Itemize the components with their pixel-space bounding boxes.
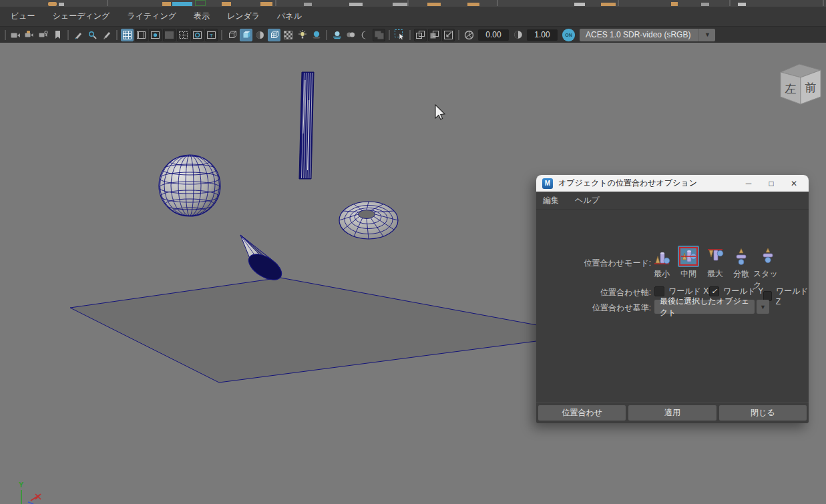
x-axis-line (31, 494, 41, 501)
close-button[interactable]: ✕ (785, 179, 803, 188)
toolbar-separator (221, 30, 222, 40)
menu-view[interactable]: ビュー (11, 11, 35, 22)
camera-attributes-icon[interactable] (37, 29, 50, 41)
sphere-object[interactable] (159, 155, 220, 216)
screen-space-ao-icon[interactable] (331, 29, 343, 41)
shelf-icon[interactable] (601, 3, 616, 6)
menu-show[interactable]: 表示 (194, 11, 210, 22)
world-z-option[interactable]: ワールド Z (763, 286, 809, 306)
plane-object[interactable] (70, 278, 588, 383)
pan-zoom-icon[interactable] (86, 29, 99, 41)
cone-object[interactable] (240, 235, 286, 285)
shelf-icon[interactable] (162, 2, 171, 6)
gate-mask-icon[interactable] (163, 29, 176, 41)
shelf-icon[interactable] (393, 3, 407, 6)
align-max-icon[interactable] (704, 246, 726, 267)
textured-icon[interactable] (282, 29, 294, 41)
align-axis-label: 位置合わせ軸: (536, 287, 651, 298)
align-button[interactable]: 位置合わせ (538, 405, 626, 421)
lights-icon[interactable] (296, 29, 308, 41)
align-middle-icon[interactable] (678, 246, 699, 267)
close-dialog-button[interactable]: 閉じる (719, 405, 807, 421)
shelf-icon[interactable] (260, 2, 272, 6)
exposure-field[interactable]: 0.00 (478, 29, 509, 41)
film-gate-icon[interactable] (135, 29, 148, 41)
shelf-icon[interactable] (48, 2, 57, 6)
shelf-icon[interactable] (349, 3, 363, 6)
shelf-icon[interactable] (574, 3, 585, 6)
select-object-icon[interactable] (393, 29, 406, 41)
align-stack-icon[interactable] (757, 246, 779, 267)
shelf-icon[interactable] (304, 3, 312, 6)
grid-icon[interactable] (121, 29, 134, 41)
safe-action-icon[interactable] (191, 29, 204, 41)
motion-blur-icon[interactable] (345, 29, 357, 41)
pane-layout-icon[interactable] (442, 29, 455, 41)
minimize-button[interactable]: ─ (740, 179, 757, 188)
axis-gizmo: Y (11, 477, 57, 504)
align-min-icon[interactable] (651, 246, 672, 267)
field-chart-icon[interactable] (177, 29, 190, 41)
copy-layout-icon[interactable] (414, 29, 427, 41)
menu-lighting[interactable]: ライティング (127, 11, 176, 22)
dialog-menu-help[interactable]: ヘルプ (575, 195, 600, 206)
wireframe-on-shaded-icon[interactable] (268, 29, 280, 41)
bookmark-icon[interactable] (51, 29, 64, 41)
menu-renderer[interactable]: レンダラ (227, 11, 260, 22)
dialog-menubar: 編集 ヘルプ (536, 192, 809, 210)
gamma-field[interactable]: 1.00 (527, 29, 558, 41)
colorspace-on-toggle[interactable]: ON (562, 29, 575, 41)
torus-object[interactable] (339, 202, 398, 239)
align-mode-middle[interactable]: 中間 (674, 246, 703, 280)
dialog-menu-edit[interactable]: 編集 (543, 195, 559, 206)
shelf-icon[interactable] (671, 2, 678, 6)
apply-button[interactable]: 適用 (628, 405, 716, 421)
camera-icon[interactable] (9, 29, 22, 41)
flat-shade-icon[interactable] (254, 29, 266, 41)
shelf-icon[interactable] (59, 3, 64, 6)
dialog-titlebar[interactable]: M オブジェクトの位置合わせオプション ─ □ ✕ (536, 175, 809, 192)
paste-layout-icon[interactable] (428, 29, 441, 41)
exposure-icon[interactable] (463, 29, 475, 41)
image-plane-icon[interactable] (72, 29, 85, 41)
toolbar-separator (5, 30, 6, 40)
smooth-shade-icon[interactable] (240, 29, 252, 41)
align-mode-stack[interactable]: スタック (753, 246, 783, 291)
align-max-label: 最大 (707, 268, 723, 280)
toolbar-separator (389, 30, 390, 40)
grease-pencil-icon[interactable] (100, 29, 113, 41)
shelf-icon[interactable] (195, 0, 206, 6)
menu-shading[interactable]: シェーディング (53, 11, 110, 22)
align-distribute-icon[interactable] (731, 246, 752, 267)
align-mode-min[interactable]: 最小 (647, 246, 676, 280)
chevron-down-icon[interactable]: ▼ (757, 300, 769, 314)
cylinder-object[interactable] (299, 72, 314, 179)
isolate-select-icon[interactable] (373, 29, 385, 41)
shelf-icon[interactable] (467, 3, 479, 6)
align-mode-label: 位置合わせモード: (536, 258, 651, 269)
shadows-icon[interactable] (310, 29, 323, 41)
toolbar-separator (409, 30, 411, 40)
view-cube[interactable]: 左 前 (777, 61, 825, 107)
contrast-icon[interactable] (511, 29, 524, 41)
dialog-footer: 位置合わせ 適用 閉じる (536, 403, 809, 423)
align-mode-max[interactable]: 最大 (700, 246, 730, 280)
shelf-icon[interactable] (172, 2, 192, 6)
maya-app-icon: M (542, 178, 553, 189)
align-mode-distribute[interactable]: 分散 (727, 246, 756, 280)
shelf-icon[interactable] (222, 2, 231, 6)
align-target-dropdown[interactable]: 最後に選択したオブジェクト (654, 300, 755, 314)
colorspace-dropdown[interactable]: ACES 1.0 SDR-video (sRGB) ▼ (580, 29, 715, 41)
shelf-icon[interactable] (427, 3, 441, 6)
safe-title-icon[interactable]: T (205, 29, 218, 41)
menu-panels[interactable]: パネル (277, 11, 302, 22)
y-axis-label: Y (19, 481, 24, 489)
camera-lock-icon[interactable] (23, 29, 36, 41)
shelf-icon[interactable] (701, 3, 709, 6)
wireframe-icon[interactable] (226, 29, 238, 41)
resolution-gate-icon[interactable] (149, 29, 162, 41)
multisampling-icon[interactable] (359, 29, 371, 41)
dialog-title: オブジェクトの位置合わせオプション (558, 178, 735, 189)
shelf-icon[interactable] (738, 3, 746, 6)
maximize-button[interactable]: □ (763, 179, 780, 188)
